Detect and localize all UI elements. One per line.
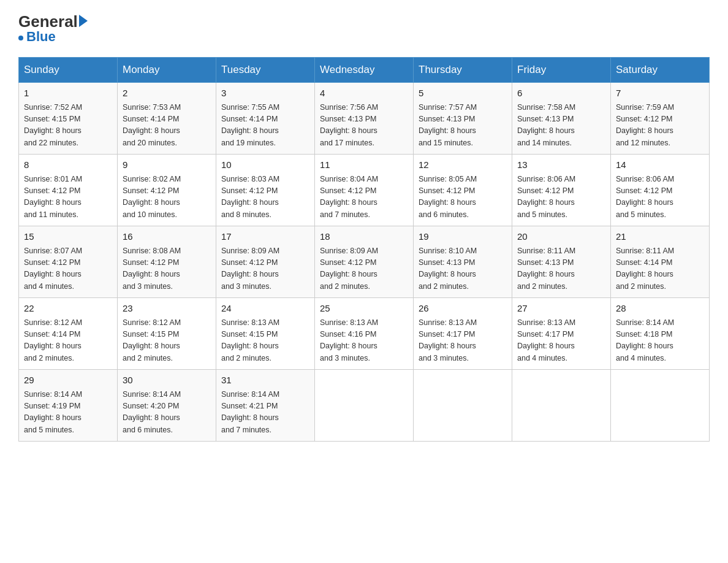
day-info: Sunrise: 8:09 AMSunset: 4:12 PMDaylight:… <box>221 245 309 293</box>
col-header-wednesday: Wednesday <box>315 58 414 83</box>
calendar-cell: 4Sunrise: 7:56 AMSunset: 4:13 PMDaylight… <box>315 83 414 155</box>
calendar-cell: 8Sunrise: 8:01 AMSunset: 4:12 PMDaylight… <box>19 155 118 226</box>
calendar-cell: 13Sunrise: 8:06 AMSunset: 4:12 PMDayligh… <box>512 155 611 226</box>
calendar-week-row: 22Sunrise: 8:12 AMSunset: 4:14 PMDayligh… <box>19 298 710 370</box>
day-info: Sunrise: 8:13 AMSunset: 4:15 PMDaylight:… <box>221 317 309 365</box>
calendar-cell: 5Sunrise: 7:57 AMSunset: 4:13 PMDaylight… <box>414 83 512 155</box>
day-number: 8 <box>24 158 112 172</box>
calendar-cell: 31Sunrise: 8:14 AMSunset: 4:21 PMDayligh… <box>216 370 315 442</box>
day-number: 13 <box>517 158 605 172</box>
day-info: Sunrise: 8:12 AMSunset: 4:15 PMDaylight:… <box>123 317 211 365</box>
calendar-cell: 30Sunrise: 8:14 AMSunset: 4:20 PMDayligh… <box>118 370 216 442</box>
day-number: 15 <box>24 230 112 244</box>
calendar-cell <box>512 370 611 442</box>
calendar-cell: 17Sunrise: 8:09 AMSunset: 4:12 PMDayligh… <box>216 226 315 298</box>
day-number: 31 <box>221 373 309 388</box>
calendar-cell: 3Sunrise: 7:55 AMSunset: 4:14 PMDaylight… <box>216 83 315 155</box>
calendar-cell: 26Sunrise: 8:13 AMSunset: 4:17 PMDayligh… <box>414 298 512 370</box>
day-number: 27 <box>517 302 605 316</box>
day-info: Sunrise: 8:10 AMSunset: 4:13 PMDaylight:… <box>419 245 507 293</box>
calendar-cell: 2Sunrise: 7:53 AMSunset: 4:14 PMDaylight… <box>118 83 216 155</box>
day-number: 18 <box>320 230 408 244</box>
calendar-week-row: 15Sunrise: 8:07 AMSunset: 4:12 PMDayligh… <box>19 226 710 298</box>
calendar-cell <box>414 370 512 442</box>
day-number: 19 <box>419 230 507 244</box>
calendar-cell: 25Sunrise: 8:13 AMSunset: 4:16 PMDayligh… <box>315 298 414 370</box>
day-info: Sunrise: 7:55 AMSunset: 4:14 PMDaylight:… <box>221 102 309 150</box>
day-info: Sunrise: 8:06 AMSunset: 4:12 PMDaylight:… <box>616 174 704 221</box>
day-info: Sunrise: 8:01 AMSunset: 4:12 PMDaylight:… <box>24 174 112 221</box>
day-info: Sunrise: 8:13 AMSunset: 4:16 PMDaylight:… <box>320 317 408 365</box>
day-number: 2 <box>123 86 211 101</box>
calendar-cell: 22Sunrise: 8:12 AMSunset: 4:14 PMDayligh… <box>19 298 118 370</box>
day-info: Sunrise: 7:58 AMSunset: 4:13 PMDaylight:… <box>517 102 605 150</box>
day-number: 5 <box>419 86 507 101</box>
day-info: Sunrise: 8:12 AMSunset: 4:14 PMDaylight:… <box>24 317 112 365</box>
day-info: Sunrise: 8:03 AMSunset: 4:12 PMDaylight:… <box>221 174 309 221</box>
day-number: 3 <box>221 86 309 101</box>
col-header-tuesday: Tuesday <box>216 58 315 83</box>
calendar-cell: 24Sunrise: 8:13 AMSunset: 4:15 PMDayligh… <box>216 298 315 370</box>
day-info: Sunrise: 8:02 AMSunset: 4:12 PMDaylight:… <box>123 174 211 221</box>
day-info: Sunrise: 8:11 AMSunset: 4:14 PMDaylight:… <box>616 245 704 293</box>
calendar-cell: 10Sunrise: 8:03 AMSunset: 4:12 PMDayligh… <box>216 155 315 226</box>
day-info: Sunrise: 8:05 AMSunset: 4:12 PMDaylight:… <box>419 174 507 221</box>
day-info: Sunrise: 8:08 AMSunset: 4:12 PMDaylight:… <box>123 245 211 293</box>
day-number: 4 <box>320 86 408 101</box>
calendar-cell: 15Sunrise: 8:07 AMSunset: 4:12 PMDayligh… <box>19 226 118 298</box>
calendar-cell: 27Sunrise: 8:13 AMSunset: 4:17 PMDayligh… <box>512 298 611 370</box>
day-info: Sunrise: 8:07 AMSunset: 4:12 PMDaylight:… <box>24 245 112 293</box>
day-number: 25 <box>320 302 408 316</box>
logo-triangle-icon <box>79 15 88 27</box>
day-info: Sunrise: 7:59 AMSunset: 4:12 PMDaylight:… <box>616 102 704 150</box>
day-number: 23 <box>123 302 211 316</box>
day-info: Sunrise: 8:13 AMSunset: 4:17 PMDaylight:… <box>517 317 605 365</box>
day-number: 30 <box>123 373 211 388</box>
day-number: 11 <box>320 158 408 172</box>
day-info: Sunrise: 7:52 AMSunset: 4:15 PMDaylight:… <box>24 102 112 150</box>
day-info: Sunrise: 8:13 AMSunset: 4:17 PMDaylight:… <box>419 317 507 365</box>
day-number: 6 <box>517 86 605 101</box>
day-info: Sunrise: 8:04 AMSunset: 4:12 PMDaylight:… <box>320 174 408 221</box>
day-number: 12 <box>419 158 507 172</box>
calendar-week-row: 1Sunrise: 7:52 AMSunset: 4:15 PMDaylight… <box>19 83 710 155</box>
logo: General Blue <box>18 12 88 45</box>
day-info: Sunrise: 8:06 AMSunset: 4:12 PMDaylight:… <box>517 174 605 221</box>
calendar-cell: 23Sunrise: 8:12 AMSunset: 4:15 PMDayligh… <box>118 298 216 370</box>
day-number: 26 <box>419 302 507 316</box>
calendar-cell: 21Sunrise: 8:11 AMSunset: 4:14 PMDayligh… <box>611 226 710 298</box>
day-info: Sunrise: 8:14 AMSunset: 4:20 PMDaylight:… <box>123 389 211 437</box>
day-number: 22 <box>24 302 112 316</box>
day-number: 20 <box>517 230 605 244</box>
col-header-thursday: Thursday <box>414 58 512 83</box>
day-number: 16 <box>123 230 211 244</box>
day-info: Sunrise: 8:11 AMSunset: 4:13 PMDaylight:… <box>517 245 605 293</box>
day-number: 1 <box>24 86 112 101</box>
calendar-cell: 12Sunrise: 8:05 AMSunset: 4:12 PMDayligh… <box>414 155 512 226</box>
day-info: Sunrise: 7:56 AMSunset: 4:13 PMDaylight:… <box>320 102 408 150</box>
page-header: General Blue <box>18 12 710 45</box>
day-number: 14 <box>616 158 704 172</box>
col-header-sunday: Sunday <box>19 58 118 83</box>
calendar-cell: 7Sunrise: 7:59 AMSunset: 4:12 PMDaylight… <box>611 83 710 155</box>
calendar-cell: 28Sunrise: 8:14 AMSunset: 4:18 PMDayligh… <box>611 298 710 370</box>
calendar-cell: 18Sunrise: 8:09 AMSunset: 4:12 PMDayligh… <box>315 226 414 298</box>
day-number: 29 <box>24 373 112 388</box>
calendar-cell: 6Sunrise: 7:58 AMSunset: 4:13 PMDaylight… <box>512 83 611 155</box>
day-number: 9 <box>123 158 211 172</box>
col-header-saturday: Saturday <box>611 58 710 83</box>
day-number: 28 <box>616 302 704 316</box>
day-info: Sunrise: 7:53 AMSunset: 4:14 PMDaylight:… <box>123 102 211 150</box>
day-number: 21 <box>616 230 704 244</box>
calendar-cell: 16Sunrise: 8:08 AMSunset: 4:12 PMDayligh… <box>118 226 216 298</box>
calendar-cell: 11Sunrise: 8:04 AMSunset: 4:12 PMDayligh… <box>315 155 414 226</box>
calendar-cell: 9Sunrise: 8:02 AMSunset: 4:12 PMDaylight… <box>118 155 216 226</box>
calendar-cell: 1Sunrise: 7:52 AMSunset: 4:15 PMDaylight… <box>19 83 118 155</box>
day-info: Sunrise: 8:14 AMSunset: 4:19 PMDaylight:… <box>24 389 112 437</box>
day-info: Sunrise: 8:09 AMSunset: 4:12 PMDaylight:… <box>320 245 408 293</box>
calendar-cell: 14Sunrise: 8:06 AMSunset: 4:12 PMDayligh… <box>611 155 710 226</box>
calendar-cell: 20Sunrise: 8:11 AMSunset: 4:13 PMDayligh… <box>512 226 611 298</box>
calendar-header-row: SundayMondayTuesdayWednesdayThursdayFrid… <box>19 58 710 83</box>
calendar-week-row: 29Sunrise: 8:14 AMSunset: 4:19 PMDayligh… <box>19 370 710 442</box>
logo-blue-text: Blue <box>26 29 56 45</box>
